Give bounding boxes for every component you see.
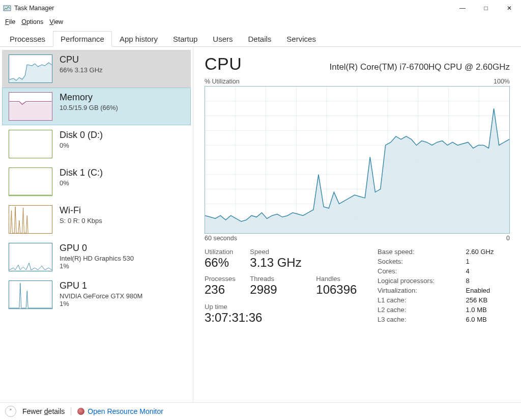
footer-separator bbox=[71, 407, 71, 415]
kv-sockets-k: Sockets: bbox=[378, 258, 451, 265]
tab-users[interactable]: Users bbox=[205, 31, 240, 47]
sidebar-item-wifi[interactable]: Wi-Fi S: 0 R: 0 Kbps bbox=[2, 201, 191, 238]
footer-bar: ˄ Fewer details Open Resource Monitor bbox=[0, 402, 521, 420]
kv-l2-v: 1.0 MB bbox=[466, 306, 510, 314]
tab-bar: Processes Performance App history Startu… bbox=[0, 29, 521, 47]
resource-monitor-icon bbox=[77, 408, 84, 415]
disk0-thumb-icon bbox=[9, 130, 52, 158]
chart-bottom-right-label: 0 bbox=[506, 235, 510, 242]
stat-uptime-label: Up time bbox=[205, 303, 357, 311]
sidebar-gpu0-sub2: 1% bbox=[60, 262, 134, 270]
sidebar-item-gpu1[interactable]: GPU 1 NVIDIA GeForce GTX 980M 1% bbox=[2, 276, 191, 314]
gpu1-thumb-icon bbox=[9, 281, 52, 309]
fewer-details-toggle[interactable]: ˄ bbox=[5, 406, 16, 417]
stats-left: Utilization 66% Speed 3.13 GHz Processes… bbox=[205, 248, 357, 325]
sidebar-gpu0-sub: Intel(R) HD Graphics 530 bbox=[60, 255, 134, 262]
sidebar-gpu1-title: GPU 1 bbox=[60, 281, 142, 291]
sidebar-item-gpu0[interactable]: GPU 0 Intel(R) HD Graphics 530 1% bbox=[2, 238, 191, 276]
sidebar-disk1-title: Disk 1 (C:) bbox=[60, 167, 103, 178]
tab-processes[interactable]: Processes bbox=[2, 31, 53, 47]
sidebar-gpu1-sub: NVIDIA GeForce GTX 980M bbox=[60, 292, 142, 300]
window-title: Task Manager bbox=[14, 5, 54, 12]
menu-view[interactable]: View bbox=[47, 17, 65, 26]
maximize-button[interactable]: □ bbox=[474, 0, 498, 16]
sidebar-memory-sub: 10.5/15.9 GB (66%) bbox=[60, 104, 118, 111]
kv-l1-v: 256 KB bbox=[466, 296, 510, 304]
kv-l3-k: L3 cache: bbox=[378, 316, 451, 323]
stat-speed-label: Speed bbox=[250, 248, 302, 256]
chart-top-left-label: % Utilization bbox=[205, 78, 240, 85]
sidebar-gpu0-title: GPU 0 bbox=[60, 243, 134, 254]
cpu-utilization-chart[interactable] bbox=[205, 86, 510, 234]
kv-cores-v: 4 bbox=[466, 267, 510, 275]
stat-handles-value: 106396 bbox=[316, 283, 357, 297]
open-resource-monitor-label: Open Resource Monitor bbox=[88, 407, 163, 415]
stat-threads-value: 2989 bbox=[250, 283, 302, 297]
sidebar-cpu-title: CPU bbox=[60, 54, 103, 65]
tab-app-history[interactable]: App history bbox=[112, 31, 165, 47]
detail-title: CPU bbox=[205, 54, 242, 74]
kv-l2-k: L2 cache: bbox=[378, 306, 451, 314]
sidebar-disk0-sub: 0% bbox=[60, 142, 103, 149]
detail-subtitle: Intel(R) Core(TM) i7-6700HQ CPU @ 2.60GH… bbox=[329, 62, 510, 72]
sidebar-disk0-title: Disk 0 (D:) bbox=[60, 130, 103, 141]
stats-right: Base speed: 2.60 GHz Sockets: 1 Cores: 4… bbox=[378, 248, 510, 325]
kv-virtualization-k: Virtualization: bbox=[378, 287, 451, 294]
minimize-button[interactable]: — bbox=[451, 0, 474, 16]
sidebar-cpu-sub: 66% 3.13 GHz bbox=[60, 66, 103, 74]
sidebar-item-disk1[interactable]: Disk 1 (C:) 0% bbox=[2, 163, 191, 201]
stat-speed-value: 3.13 GHz bbox=[250, 256, 302, 270]
kv-l1-k: L1 cache: bbox=[378, 296, 451, 304]
title-bar: Task Manager — □ ✕ bbox=[0, 0, 521, 16]
kv-l3-v: 6.0 MB bbox=[466, 316, 510, 323]
chevron-up-icon: ˄ bbox=[9, 408, 12, 415]
chart-bottom-labels: 60 seconds 0 bbox=[205, 235, 510, 242]
sidebar-item-cpu[interactable]: CPU 66% 3.13 GHz bbox=[2, 50, 191, 88]
disk1-thumb-icon bbox=[9, 167, 52, 196]
sidebar-gpu1-sub2: 1% bbox=[60, 300, 142, 307]
stat-utilization-value: 66% bbox=[205, 256, 236, 270]
stats-area: Utilization 66% Speed 3.13 GHz Processes… bbox=[205, 248, 510, 325]
open-resource-monitor-link[interactable]: Open Resource Monitor bbox=[77, 407, 163, 415]
kv-logical-v: 8 bbox=[466, 277, 510, 285]
gpu0-thumb-icon bbox=[9, 243, 52, 271]
kv-cores-k: Cores: bbox=[378, 267, 451, 275]
window-controls: — □ ✕ bbox=[451, 0, 521, 16]
cpu-thumb-icon bbox=[9, 54, 52, 83]
stat-threads-label: Threads bbox=[250, 275, 302, 283]
close-button[interactable]: ✕ bbox=[498, 0, 521, 16]
tab-startup[interactable]: Startup bbox=[165, 31, 205, 47]
menu-options[interactable]: Options bbox=[19, 17, 45, 26]
stat-processes-value: 236 bbox=[205, 283, 236, 297]
tab-performance[interactable]: Performance bbox=[53, 31, 112, 47]
chart-bottom-left-label: 60 seconds bbox=[205, 235, 237, 242]
sidebar-item-disk0[interactable]: Disk 0 (D:) 0% bbox=[2, 125, 191, 163]
kv-virtualization-v: Enabled bbox=[466, 287, 510, 294]
memory-thumb-icon bbox=[9, 92, 52, 121]
stat-processes-label: Processes bbox=[205, 275, 236, 283]
kv-sockets-v: 1 bbox=[466, 258, 510, 265]
sidebar-wifi-sub: S: 0 R: 0 Kbps bbox=[60, 217, 102, 225]
taskmgr-icon bbox=[3, 4, 11, 12]
fewer-details-label[interactable]: Fewer details bbox=[22, 407, 65, 415]
performance-sidebar: CPU 66% 3.13 GHz Memory 10.5/15.9 GB (66… bbox=[0, 47, 193, 402]
svg-rect-1 bbox=[10, 102, 52, 120]
sidebar-wifi-title: Wi-Fi bbox=[60, 205, 102, 216]
stat-uptime-value: 3:07:31:36 bbox=[205, 311, 357, 325]
menu-bar: File Options View bbox=[0, 16, 521, 27]
sidebar-memory-title: Memory bbox=[60, 92, 118, 103]
stat-utilization-label: Utilization bbox=[205, 248, 236, 256]
wifi-thumb-icon bbox=[9, 205, 52, 234]
kv-base-speed-v: 2.60 GHz bbox=[466, 248, 510, 256]
tab-services[interactable]: Services bbox=[279, 31, 324, 47]
detail-header: CPU Intel(R) Core(TM) i7-6700HQ CPU @ 2.… bbox=[205, 54, 510, 74]
kv-logical-k: Logical processors: bbox=[378, 277, 451, 285]
sidebar-disk1-sub: 0% bbox=[60, 179, 103, 187]
chart-top-right-label: 100% bbox=[494, 78, 510, 85]
stat-handles-label: Handles bbox=[316, 275, 357, 283]
tab-details[interactable]: Details bbox=[241, 31, 279, 47]
kv-base-speed-k: Base speed: bbox=[378, 248, 451, 256]
chart-top-labels: % Utilization 100% bbox=[205, 78, 510, 85]
menu-file[interactable]: File bbox=[3, 17, 17, 26]
sidebar-item-memory[interactable]: Memory 10.5/15.9 GB (66%) bbox=[2, 88, 191, 125]
